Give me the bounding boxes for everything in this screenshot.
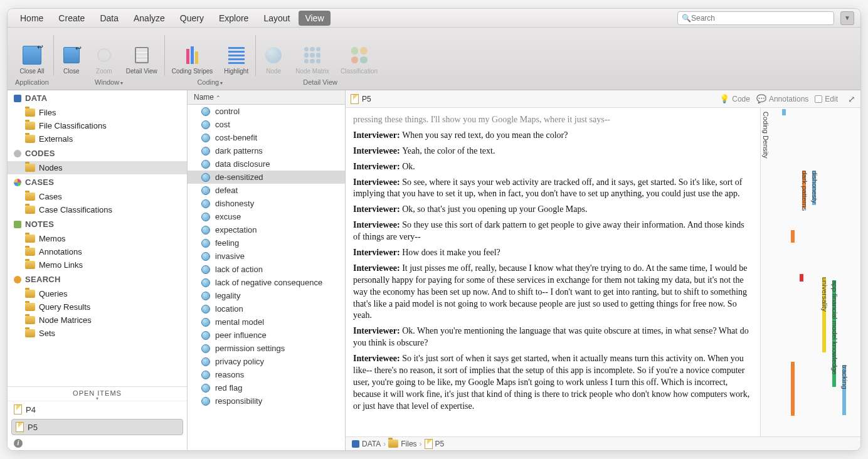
- node-icon: [201, 357, 210, 366]
- node-item[interactable]: control: [188, 105, 345, 118]
- code-tool[interactable]: 💡Code: [719, 94, 750, 103]
- nav-item-node-matrices[interactable]: Node Matrices: [8, 314, 187, 327]
- folder-icon: [25, 261, 35, 269]
- breadcrumb-item[interactable]: Files: [388, 440, 416, 448]
- menu-create[interactable]: Create: [52, 11, 91, 26]
- menu-query[interactable]: Query: [174, 11, 210, 26]
- nav-item-annotations[interactable]: Annotations: [8, 245, 187, 258]
- menu-explore[interactable]: Explore: [213, 11, 255, 26]
- coding-stripe[interactable]: [791, 230, 795, 243]
- nav-item-externals[interactable]: Externals: [8, 132, 187, 145]
- menu-data[interactable]: Data: [93, 11, 125, 26]
- list-header[interactable]: Name: [188, 90, 345, 105]
- node-icon: [201, 265, 210, 274]
- open-item-p5[interactable]: P5: [11, 419, 183, 435]
- node-item[interactable]: location: [188, 302, 345, 315]
- node-item[interactable]: dishonesty: [188, 197, 345, 210]
- nav-item-query-results[interactable]: Query Results: [8, 300, 187, 314]
- node-item[interactable]: legality: [188, 289, 345, 302]
- notes-icon: [14, 221, 21, 228]
- node-item[interactable]: lack of action: [188, 263, 345, 276]
- nav-item-cases[interactable]: Cases: [8, 190, 187, 203]
- transcript-line[interactable]: Interviewee: So they use this sort of da…: [353, 219, 753, 243]
- node-item[interactable]: excuse: [188, 210, 345, 223]
- node-item[interactable]: data disclosure: [188, 157, 345, 171]
- node-item[interactable]: peer influence: [188, 329, 345, 342]
- annotations-tool[interactable]: 💬Annotations: [756, 94, 808, 103]
- folder-icon: [25, 329, 35, 337]
- transcript-line[interactable]: Interviewee: Yeah, the color of the text…: [353, 145, 753, 157]
- nav-item-nodes[interactable]: Nodes: [8, 161, 187, 174]
- nav-section-data[interactable]: DATA: [8, 90, 187, 106]
- search-input[interactable]: [691, 14, 830, 23]
- node-icon: [201, 120, 210, 129]
- search-box[interactable]: 🔍: [677, 11, 834, 25]
- transcript-line[interactable]: Interviewer: Ok.: [353, 161, 753, 173]
- node-item[interactable]: red flag: [188, 381, 345, 394]
- ribbon-coding-stripes-button[interactable]: Coding Stripes: [169, 43, 216, 76]
- ribbon-close-button[interactable]: Close: [58, 43, 85, 76]
- nav-item-files[interactable]: Files: [8, 106, 187, 119]
- transcript-line[interactable]: Interviewee: So it's just sort of when i…: [353, 353, 753, 412]
- node-item[interactable]: feeling: [188, 236, 345, 250]
- ribbon-highlight-button[interactable]: Highlight: [221, 43, 251, 76]
- nav-item-file-classifications[interactable]: File Classifications: [8, 119, 187, 132]
- nav-section-notes[interactable]: NOTES: [8, 216, 187, 232]
- transcript[interactable]: pressing these things. I'll show you my …: [346, 108, 760, 436]
- node-item[interactable]: de-sensitized: [188, 171, 345, 184]
- transcript-line[interactable]: Interviewer: When you say red text, do y…: [353, 130, 753, 142]
- node-item[interactable]: dark patterns: [188, 144, 345, 157]
- nav-item-sets[interactable]: Sets: [8, 327, 187, 340]
- node-item[interactable]: cost: [188, 118, 345, 131]
- node-icon: [201, 213, 210, 221]
- node-item[interactable]: lack of negative consequence: [188, 276, 345, 289]
- node-item[interactable]: cost-benefit: [188, 131, 345, 144]
- nav-section-cases[interactable]: CASES: [8, 174, 187, 190]
- menu-analyze[interactable]: Analyze: [127, 11, 171, 26]
- nav-section-codes[interactable]: CODES: [8, 145, 187, 161]
- transcript-line[interactable]: Interviewer: Ok. When you're mentioning …: [353, 325, 753, 349]
- nav-item-memos[interactable]: Memos: [8, 232, 187, 245]
- transcript-line[interactable]: Interviewer: Ok, so that's just you open…: [353, 204, 753, 216]
- search-dropdown[interactable]: ▼: [840, 11, 854, 25]
- nav-item-queries[interactable]: Queries: [8, 287, 187, 300]
- nav-section-search[interactable]: SEARCH: [8, 272, 187, 287]
- ribbon-close-all-button[interactable]: Close All: [17, 43, 46, 76]
- transcript-line[interactable]: Interviewee: So see, where it says your …: [353, 177, 753, 201]
- transcript-line[interactable]: pressing these things. I'll show you my …: [353, 114, 753, 126]
- column-name[interactable]: Name: [194, 93, 221, 102]
- menu-layout[interactable]: Layout: [257, 11, 296, 26]
- menu-view[interactable]: View: [299, 11, 330, 26]
- expand-icon[interactable]: ⤢: [848, 94, 855, 104]
- info-icon[interactable]: i: [14, 439, 23, 448]
- speaker-label: Interviewee:: [353, 146, 402, 156]
- speaker-label: Interviewer:: [353, 204, 402, 214]
- open-items-header[interactable]: OPEN ITEMS: [8, 386, 187, 401]
- transcript-line[interactable]: Interviewee: It just pisses me off, real…: [353, 263, 753, 322]
- node-item[interactable]: privacy policy: [188, 355, 345, 368]
- nav-item-case-classifications[interactable]: Case Classifications: [8, 203, 187, 216]
- node-item[interactable]: invasive: [188, 250, 345, 263]
- node-icon: [201, 239, 210, 248]
- node-item[interactable]: reasons: [188, 368, 345, 381]
- node-item[interactable]: permission settings: [188, 342, 345, 355]
- coding-stripe[interactable]: [791, 362, 795, 416]
- transcript-line[interactable]: Interviewer: How does it make you feel?: [353, 247, 753, 259]
- folder-icon: [25, 108, 35, 117]
- coding-stripe[interactable]: [800, 274, 803, 282]
- breadcrumb-item[interactable]: P5: [425, 439, 445, 449]
- node-item[interactable]: responsibility: [188, 394, 345, 408]
- open-item-p4[interactable]: P4: [8, 401, 187, 418]
- coding-stripe-label: dark patterns: [801, 171, 808, 211]
- breadcrumb-item[interactable]: DATA: [352, 440, 381, 448]
- speaker-label: Interviewee:: [353, 354, 402, 363]
- coding-stripe[interactable]: [782, 109, 786, 115]
- node-icon: [263, 45, 284, 66]
- node-item[interactable]: defeat: [188, 184, 345, 197]
- menu-home[interactable]: Home: [14, 11, 50, 26]
- ribbon-detail-view-button[interactable]: Detail View: [124, 43, 160, 76]
- node-item[interactable]: expectation: [188, 223, 345, 236]
- node-item[interactable]: mental model: [188, 315, 345, 329]
- edit-toggle[interactable]: Edit: [815, 95, 838, 103]
- nav-item-memo-links[interactable]: Memo Links: [8, 258, 187, 272]
